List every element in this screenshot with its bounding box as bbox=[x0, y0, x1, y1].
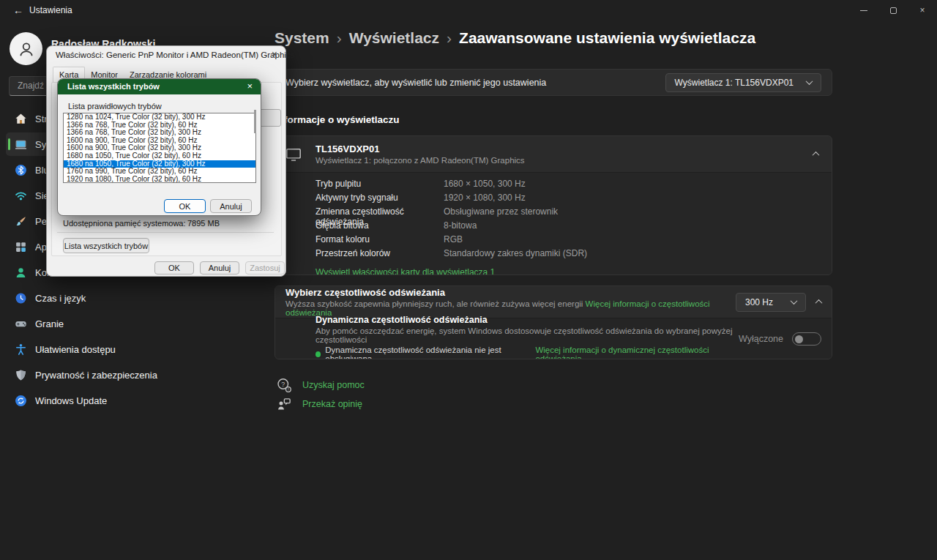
display-adapter-properties-link[interactable]: Wyświetl właściwości karty dla wyświetla… bbox=[316, 267, 495, 275]
cancel-button[interactable]: Anuluj bbox=[210, 199, 252, 213]
display-info-body: Tryb pulpitu1680 × 1050, 300 Hz Aktywny … bbox=[275, 172, 832, 275]
refresh-rate-row: Wybierz częstotliwość odświeżania Wyższa… bbox=[275, 286, 832, 318]
maximize-icon bbox=[890, 7, 897, 14]
clock-globe-icon bbox=[15, 292, 27, 305]
shared-memory-label: Udostępniona pamięć systemowa: bbox=[63, 219, 186, 228]
page-title: Zaawansowane ustawienia wyświetlacza bbox=[459, 29, 755, 46]
device-name: TL156VDXP01 bbox=[316, 143, 813, 154]
sidebar-item-privacy[interactable]: Prywatność i zabezpieczenia bbox=[6, 363, 256, 387]
feedback-icon bbox=[277, 397, 291, 411]
ok-button[interactable]: OK bbox=[154, 261, 194, 275]
breadcrumb-display[interactable]: Wyświetlacz bbox=[349, 29, 439, 46]
close-button[interactable]: × bbox=[908, 0, 937, 20]
main-content: System›Wyświetlacz›Zaawansowane ustawien… bbox=[275, 20, 832, 560]
window-titlebar: ← Ustawienia × bbox=[0, 0, 937, 20]
dynamic-refresh-desc: Aby pomóc oszczędzać energię, system Win… bbox=[316, 326, 739, 344]
device-connection: Wyświetlacz 1: połączono z AMD Radeon(TM… bbox=[316, 156, 813, 165]
mode-option[interactable]: 1280 na 1024, True Color (32 bity), 300 … bbox=[64, 113, 255, 122]
svg-text:?: ? bbox=[281, 381, 285, 388]
dynamic-refresh-toggle[interactable] bbox=[792, 332, 821, 346]
maximize-button[interactable] bbox=[878, 0, 908, 20]
chevron-down-icon bbox=[791, 297, 798, 305]
person-icon bbox=[17, 40, 36, 59]
system-icon bbox=[15, 138, 27, 151]
bluetooth-icon bbox=[15, 164, 27, 176]
breadcrumb: System›Wyświetlacz›Zaawansowane ustawien… bbox=[275, 29, 755, 47]
info-row: Przestrzeń kolorówStandardowy zakres dyn… bbox=[275, 248, 832, 262]
gamepad-icon bbox=[15, 318, 27, 330]
app-title: Ustawienia bbox=[29, 5, 72, 15]
display-select-dropdown[interactable]: Wyświetlacz 1: TL156VDXP01 bbox=[665, 73, 821, 92]
mode-option[interactable]: 1920 na 1080, True Color (32 bity), 60 H… bbox=[64, 176, 255, 183]
sidebar-item-time-language[interactable]: Czas i język bbox=[6, 286, 256, 310]
avatar[interactable] bbox=[10, 32, 42, 65]
cancel-button[interactable]: Anuluj bbox=[200, 261, 239, 275]
display-select-card: Wybierz wyświetlacz, aby wyświetlić lub … bbox=[275, 69, 832, 96]
wifi-icon bbox=[15, 190, 27, 202]
minimize-button[interactable] bbox=[849, 0, 878, 20]
apply-button-disabled: Zastosuj bbox=[245, 261, 285, 275]
display-info-card: TL156VDXP01 Wyświetlacz 1: połączono z A… bbox=[275, 135, 832, 275]
info-row: Głębia bitowa8-bitowa bbox=[275, 220, 832, 234]
valid-modes-label: Lista prawidłowych trybów bbox=[68, 102, 162, 111]
minimize-icon bbox=[860, 10, 867, 11]
close-icon[interactable]: × bbox=[272, 48, 277, 60]
info-section-heading: Informacje o wyświetlaczu bbox=[275, 114, 400, 125]
info-row: Format koloruRGB bbox=[275, 234, 832, 248]
list-all-modes-button[interactable]: Lista wszystkich trybów bbox=[63, 238, 149, 253]
sidebar-item-accessibility[interactable]: Ułatwienia dostępu bbox=[6, 337, 256, 361]
dynamic-refresh-info-link[interactable]: Więcej informacji o dynamicznej częstotl… bbox=[535, 346, 739, 359]
shield-icon bbox=[15, 369, 27, 381]
help-icon: ? ! bbox=[277, 378, 291, 392]
refresh-rate-card: Wybierz częstotliwość odświeżania Wyższa… bbox=[275, 285, 832, 359]
listbox-scrollbar-thumb[interactable] bbox=[254, 110, 256, 133]
back-icon[interactable]: ← bbox=[10, 3, 26, 18]
chevron-up-icon[interactable] bbox=[813, 152, 820, 159]
home-icon bbox=[15, 113, 27, 125]
display-select-label: Wybierz wyświetlacz, aby wyświetlić lub … bbox=[285, 78, 665, 88]
refresh-rate-dropdown[interactable]: 300 Hz bbox=[736, 293, 806, 312]
dialog-title: Właściwości: Generic PnP Monitor i AMD R… bbox=[56, 51, 294, 59]
status-dot-icon bbox=[316, 351, 321, 357]
modes-dialog-titlebar: Lista wszystkich trybów × bbox=[58, 79, 261, 94]
dynamic-refresh-title: Dynamiczna częstotliwość odświeżania bbox=[316, 315, 739, 325]
dynamic-refresh-status: Dynamiczna częstotliwość odświeżania nie… bbox=[316, 346, 739, 359]
monitor-icon bbox=[285, 146, 302, 163]
feedback-link[interactable]: Przekaż opinię bbox=[277, 397, 362, 411]
info-row: Tryb pulpitu1680 × 1050, 300 Hz bbox=[275, 179, 832, 193]
close-icon[interactable]: × bbox=[247, 81, 253, 92]
chevron-down-icon bbox=[806, 78, 813, 85]
info-row: Zmienna częstotliwość odświeżaniaObsługi… bbox=[275, 206, 832, 220]
sync-arrows-icon bbox=[15, 395, 27, 407]
paintbrush-icon bbox=[15, 215, 27, 228]
display-info-header[interactable]: TL156VDXP01 Wyświetlacz 1: połączono z A… bbox=[275, 136, 832, 172]
ok-button[interactable]: OK bbox=[164, 199, 206, 213]
toggle-state-label: Wyłączone bbox=[739, 334, 783, 344]
info-row: Aktywny tryb sygnału1920 × 1080, 300 Hz bbox=[275, 193, 832, 206]
chevron-up-icon[interactable] bbox=[815, 299, 823, 307]
modes-listbox[interactable]: 1280 na 1024, True Color (32 bity), 300 … bbox=[63, 113, 256, 183]
modes-dialog-title: Lista wszystkich trybów bbox=[67, 82, 160, 91]
apps-grid-icon bbox=[15, 241, 27, 253]
refresh-rate-title: Wybierz częstotliwość odświeżania bbox=[285, 287, 736, 298]
sidebar-item-windows-update[interactable]: Windows Update bbox=[6, 389, 256, 412]
toggle-knob bbox=[795, 335, 803, 343]
all-modes-dialog: Lista wszystkich trybów × Lista prawidło… bbox=[57, 78, 261, 216]
accessibility-icon bbox=[15, 343, 27, 356]
dynamic-refresh-row: Dynamiczna częstotliwość odświeżania Aby… bbox=[275, 318, 832, 359]
mode-option[interactable]: 1680 na 1050, True Color (32 bity), 60 H… bbox=[64, 152, 255, 160]
accounts-person-icon bbox=[15, 266, 27, 279]
breadcrumb-system[interactable]: System bbox=[275, 29, 329, 46]
get-help-link[interactable]: ? ! Uzyskaj pomoc bbox=[277, 378, 365, 392]
divider bbox=[57, 232, 274, 233]
sidebar-item-gaming[interactable]: Granie bbox=[6, 312, 256, 335]
shared-memory-value: 7895 MB bbox=[187, 219, 220, 228]
